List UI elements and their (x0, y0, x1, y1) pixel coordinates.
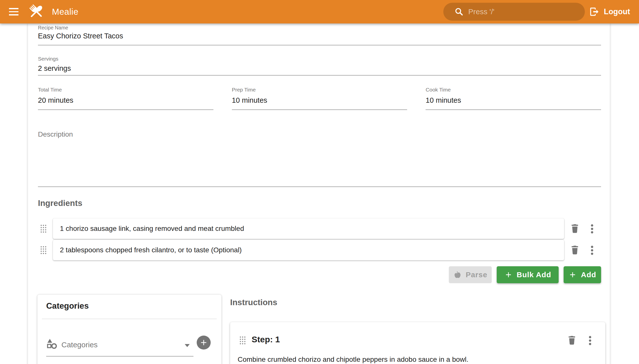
app-bar: Mealie Logout (0, 0, 639, 24)
recipe-name-label: Recipe Name (38, 25, 68, 31)
search-icon (454, 7, 464, 16)
total-time-input[interactable]: 20 minutes (38, 96, 214, 104)
mealie-recipe-editor: Mealie Logout Recipe Name Easy Chorizo S… (0, 0, 639, 364)
search-input[interactable] (468, 8, 578, 16)
apple-icon (453, 270, 462, 279)
plus-icon (504, 270, 513, 279)
cook-time-label: Cook Time (425, 87, 601, 93)
recipe-editor-card: Recipe Name Easy Chorizo Street Tacos Se… (28, 24, 610, 364)
ingredient-input[interactable]: 1 chorizo sausage link, casing removed a… (53, 218, 564, 239)
mealie-logo-icon (28, 3, 45, 20)
ingredient-menu-icon[interactable] (589, 224, 595, 234)
ingredient-row: 2 tablespoons chopped fresh cilantro, or… (28, 240, 610, 261)
step-title: Step: 1 (252, 334, 280, 344)
shapes-icon (46, 338, 58, 350)
logout-button[interactable]: Logout (589, 6, 630, 17)
plus-icon (199, 338, 208, 347)
categories-select[interactable]: Categories (61, 340, 98, 349)
delete-ingredient-icon[interactable] (569, 223, 580, 234)
ingredient-menu-icon[interactable] (589, 245, 595, 255)
cook-time-underline (425, 110, 601, 110)
divider (42, 318, 217, 319)
description-label: Description (38, 130, 73, 138)
app-title: Mealie (52, 7, 78, 17)
step-text-input[interactable]: Combine crumbled chorizo and chipotle pe… (238, 356, 594, 364)
prep-time-input[interactable]: 10 minutes (232, 96, 407, 104)
add-category-button[interactable] (197, 336, 211, 350)
add-label: Add (581, 270, 596, 279)
cook-time-input[interactable]: 10 minutes (425, 96, 601, 104)
parse-label: Parse (466, 270, 488, 279)
servings-underline (38, 75, 601, 76)
search-bar[interactable] (443, 3, 585, 21)
step-card: Step: 1 Combine crumbled chorizo and chi… (230, 322, 605, 364)
prep-time-underline (232, 110, 407, 110)
ingredient-text: 1 chorizo sausage link, casing removed a… (60, 225, 244, 232)
bulk-add-button[interactable]: Bulk Add (497, 266, 559, 283)
total-time-label: Total Time (38, 87, 214, 93)
categories-card: Categories Categories (38, 295, 222, 364)
description-textarea[interactable] (38, 140, 601, 186)
recipe-name-underline (38, 45, 601, 46)
logout-label: Logout (604, 7, 630, 16)
add-ingredient-button[interactable]: Add (564, 266, 601, 283)
description-underline (38, 186, 601, 187)
ingredients-heading: Ingredients (38, 198, 82, 208)
ingredient-row: 1 chorizo sausage link, casing removed a… (28, 218, 610, 239)
bulk-add-label: Bulk Add (517, 270, 551, 279)
plus-icon (568, 270, 577, 279)
delete-step-icon[interactable] (566, 334, 577, 346)
drag-handle-icon[interactable] (239, 336, 246, 346)
servings-input[interactable]: 2 servings (38, 64, 71, 72)
instructions-heading: Instructions (230, 298, 277, 307)
step-menu-icon[interactable] (587, 336, 593, 346)
drag-handle-icon[interactable] (40, 245, 47, 255)
total-time-underline (38, 110, 214, 110)
chevron-down-icon[interactable] (185, 344, 190, 347)
categories-underline (46, 356, 193, 356)
menu-icon[interactable] (9, 6, 20, 17)
parse-button[interactable]: Parse (449, 266, 492, 283)
drag-handle-icon[interactable] (40, 224, 47, 234)
delete-ingredient-icon[interactable] (569, 244, 580, 255)
categories-title: Categories (46, 301, 89, 311)
servings-label: Servings (38, 56, 58, 62)
prep-time-label: Prep Time (232, 87, 407, 93)
recipe-name-input[interactable]: Easy Chorizo Street Tacos (38, 32, 123, 40)
logout-icon (589, 6, 600, 17)
ingredient-input[interactable]: 2 tablespoons chopped fresh cilantro, or… (53, 240, 564, 260)
ingredient-text: 2 tablespoons chopped fresh cilantro, or… (60, 246, 242, 254)
